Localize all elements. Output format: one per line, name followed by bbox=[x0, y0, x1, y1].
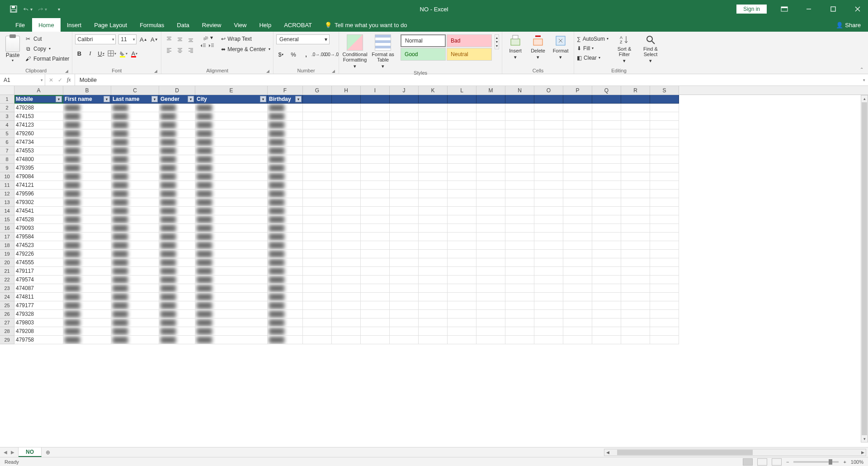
filter-dropdown-icon[interactable]: ▾ bbox=[56, 96, 62, 102]
cell[interactable]: ████ bbox=[195, 258, 268, 267]
cell[interactable]: ████ bbox=[195, 181, 268, 190]
cell[interactable] bbox=[476, 95, 505, 104]
column-header[interactable]: S bbox=[650, 86, 679, 95]
cell[interactable] bbox=[592, 250, 621, 258]
cell[interactable] bbox=[448, 336, 476, 344]
cell[interactable]: 474734 bbox=[14, 138, 63, 147]
cell[interactable] bbox=[592, 207, 621, 215]
cell[interactable]: 479260 bbox=[14, 129, 63, 138]
font-launcher-icon[interactable]: ◢ bbox=[154, 69, 157, 73]
cell[interactable]: ████ bbox=[195, 155, 268, 164]
cell[interactable] bbox=[390, 181, 419, 190]
cell[interactable] bbox=[419, 198, 448, 207]
cell[interactable] bbox=[621, 284, 650, 293]
undo-icon[interactable]: ▾ bbox=[24, 5, 33, 14]
cell[interactable] bbox=[303, 121, 332, 129]
cell[interactable]: ████ bbox=[63, 164, 111, 172]
number-launcher-icon[interactable]: ◢ bbox=[332, 69, 335, 73]
cell[interactable] bbox=[592, 95, 621, 104]
cell[interactable] bbox=[332, 155, 361, 164]
row-header[interactable]: 24 bbox=[0, 293, 14, 301]
cell[interactable]: ████ bbox=[195, 267, 268, 276]
row-header[interactable]: 23 bbox=[0, 284, 14, 293]
cell[interactable]: ████ bbox=[195, 190, 268, 198]
cell[interactable] bbox=[390, 147, 419, 155]
cell[interactable]: 474121 bbox=[14, 181, 63, 190]
cell[interactable]: ████ bbox=[111, 190, 159, 198]
cell[interactable] bbox=[332, 276, 361, 284]
column-header[interactable]: P bbox=[563, 86, 592, 95]
row-header[interactable]: 18 bbox=[0, 241, 14, 250]
cell[interactable] bbox=[650, 293, 679, 301]
cell[interactable] bbox=[419, 319, 448, 327]
cell[interactable]: ████ bbox=[111, 293, 159, 301]
cell[interactable] bbox=[563, 250, 592, 258]
cell[interactable] bbox=[361, 250, 390, 258]
cell[interactable] bbox=[448, 310, 476, 319]
cell[interactable] bbox=[390, 276, 419, 284]
cell[interactable] bbox=[303, 224, 332, 233]
cell[interactable] bbox=[448, 224, 476, 233]
cell[interactable] bbox=[592, 293, 621, 301]
cell[interactable]: 474811 bbox=[14, 293, 63, 301]
cell[interactable] bbox=[332, 310, 361, 319]
cell[interactable]: ████ bbox=[268, 121, 303, 129]
increase-indent-icon[interactable] bbox=[208, 43, 215, 49]
cell[interactable]: ████ bbox=[111, 250, 159, 258]
cell[interactable]: Birthday▾ bbox=[268, 95, 303, 104]
cell[interactable] bbox=[332, 112, 361, 121]
cell[interactable] bbox=[390, 241, 419, 250]
cell[interactable] bbox=[650, 224, 679, 233]
cell[interactable] bbox=[361, 327, 390, 336]
cell[interactable]: 479596 bbox=[14, 190, 63, 198]
cell[interactable] bbox=[592, 112, 621, 121]
tab-data[interactable]: Data bbox=[170, 18, 195, 32]
cell[interactable]: ████ bbox=[195, 327, 268, 336]
cell[interactable] bbox=[563, 215, 592, 224]
cell[interactable]: ████ bbox=[111, 172, 159, 181]
cell[interactable] bbox=[621, 112, 650, 121]
sort-filter-button[interactable]: AZSort & Filter▾ bbox=[614, 34, 635, 64]
cell[interactable] bbox=[332, 198, 361, 207]
row-header[interactable]: 17 bbox=[0, 233, 14, 241]
cell[interactable] bbox=[650, 327, 679, 336]
cell[interactable] bbox=[332, 250, 361, 258]
cell[interactable] bbox=[621, 258, 650, 267]
cell[interactable] bbox=[592, 327, 621, 336]
cell[interactable] bbox=[390, 301, 419, 310]
cell[interactable]: ████ bbox=[111, 258, 159, 267]
cell[interactable] bbox=[563, 336, 592, 344]
column-header[interactable]: G bbox=[303, 86, 332, 95]
cell[interactable] bbox=[390, 155, 419, 164]
cell[interactable] bbox=[361, 155, 390, 164]
borders-button[interactable]: ▾ bbox=[108, 49, 116, 58]
cell[interactable] bbox=[448, 147, 476, 155]
cell[interactable]: ████ bbox=[111, 112, 159, 121]
cell[interactable] bbox=[621, 181, 650, 190]
cell[interactable]: ████ bbox=[63, 198, 111, 207]
cell[interactable] bbox=[650, 301, 679, 310]
cell[interactable]: ████ bbox=[268, 319, 303, 327]
cell[interactable] bbox=[303, 129, 332, 138]
cell[interactable]: ████ bbox=[268, 129, 303, 138]
cell[interactable]: ████ bbox=[111, 198, 159, 207]
cell[interactable] bbox=[476, 181, 505, 190]
cell[interactable] bbox=[390, 336, 419, 344]
sheet-tab-active[interactable]: NO bbox=[19, 447, 42, 457]
autosum-button[interactable]: ∑AutoSum▾ bbox=[577, 34, 609, 43]
cell[interactable] bbox=[332, 215, 361, 224]
cell[interactable] bbox=[621, 164, 650, 172]
cell[interactable] bbox=[563, 104, 592, 112]
cell[interactable] bbox=[448, 138, 476, 147]
filter-dropdown-icon[interactable]: ▾ bbox=[151, 96, 158, 102]
cell[interactable]: ████ bbox=[268, 250, 303, 258]
cell[interactable] bbox=[303, 147, 332, 155]
cell[interactable]: ████ bbox=[111, 155, 159, 164]
cell[interactable]: ████ bbox=[268, 241, 303, 250]
cell[interactable]: ████ bbox=[268, 190, 303, 198]
tab-help[interactable]: Help bbox=[253, 18, 278, 32]
collapse-ribbon-icon[interactable]: ⌃ bbox=[860, 67, 863, 72]
cell[interactable]: City▾ bbox=[195, 95, 268, 104]
cell[interactable] bbox=[419, 327, 448, 336]
cell[interactable] bbox=[390, 198, 419, 207]
